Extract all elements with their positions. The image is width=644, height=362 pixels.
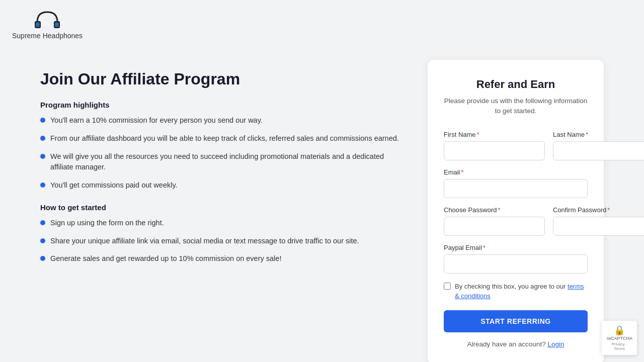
- form-subtitle: Please provide us with the following inf…: [444, 96, 588, 117]
- last-name-label: Last Name*: [553, 131, 644, 138]
- right-panel: Refer and Earn Please provide us with th…: [428, 60, 604, 362]
- name-row: First Name* Last Name*: [444, 131, 588, 160]
- required-star: *: [483, 244, 486, 251]
- form-card: Refer and Earn Please provide us with th…: [428, 60, 604, 362]
- highlights-list: You'll earn a 10% commission for every p…: [40, 115, 408, 191]
- bullet-dot: [40, 154, 45, 159]
- confirm-password-input[interactable]: [553, 217, 644, 236]
- bullet-dot: [40, 136, 45, 141]
- how-heading: How to get started: [40, 203, 408, 212]
- email-label: Email*: [444, 168, 588, 176]
- bullet-dot: [40, 118, 45, 123]
- bullet-dot: [40, 256, 45, 261]
- bullet-dot: [40, 238, 45, 243]
- last-name-group: Last Name*: [553, 131, 644, 160]
- choose-password-group: Choose Password*: [444, 206, 545, 236]
- login-link[interactable]: Login: [547, 340, 564, 348]
- email-input[interactable]: [444, 179, 588, 198]
- recaptcha-logo: 🔒: [607, 325, 632, 336]
- required-star: *: [461, 168, 464, 176]
- header: Supreme Headphones: [0, 0, 644, 48]
- left-panel: Join Our Affiliate Program Program highl…: [40, 60, 408, 362]
- main-content: Join Our Affiliate Program Program highl…: [0, 48, 644, 362]
- paypal-email-input[interactable]: [444, 254, 588, 274]
- required-star: *: [498, 206, 501, 214]
- how-text-3: Generate sales and get rewarded up to 10…: [50, 253, 281, 264]
- email-group: Email*: [444, 168, 588, 198]
- logo-area: Supreme Headphones: [12, 8, 83, 40]
- how-text-1: Sign up using the form on the right.: [50, 218, 164, 229]
- bullet-dot: [40, 183, 45, 188]
- svg-rect-2: [36, 23, 40, 24]
- confirm-password-group: Confirm Password*: [553, 206, 644, 236]
- highlights-heading: Program highlights: [40, 101, 408, 109]
- first-name-input[interactable]: [444, 141, 545, 160]
- required-star: *: [477, 131, 479, 138]
- list-item: Share your unique affiliate link via ema…: [40, 236, 408, 247]
- svg-rect-5: [55, 23, 59, 24]
- password-row: Choose Password* Confirm Password*: [444, 206, 588, 236]
- first-name-group: First Name*: [444, 131, 545, 160]
- page-title: Join Our Affiliate Program: [40, 70, 408, 88]
- list-item: From our affiliate dashboard you will be…: [40, 133, 408, 144]
- first-name-label: First Name*: [444, 131, 545, 138]
- svg-rect-4: [36, 26, 40, 27]
- required-star: *: [586, 131, 588, 138]
- highlight-text-4: You'll get commissions paid out weekly.: [50, 180, 178, 191]
- list-item: Sign up using the form on the right.: [40, 218, 408, 229]
- highlight-text-1: You'll earn a 10% commission for every p…: [50, 115, 263, 126]
- list-item: You'll get commissions paid out weekly.: [40, 180, 408, 191]
- required-star: *: [607, 206, 610, 214]
- svg-rect-3: [36, 24, 40, 25]
- svg-rect-6: [55, 24, 59, 25]
- recaptcha-terms: Privacy - Terms: [607, 342, 632, 351]
- svg-rect-7: [55, 26, 59, 27]
- how-list: Sign up using the form on the right. Sha…: [40, 218, 408, 264]
- list-item: We will give you all the resources you n…: [40, 151, 408, 173]
- choose-password-label: Choose Password*: [444, 206, 545, 214]
- login-text: Already have an account?: [467, 340, 546, 348]
- logo-icon: [32, 8, 62, 31]
- paypal-email-label: Paypal Email*: [444, 244, 588, 251]
- bullet-dot: [40, 220, 45, 225]
- brand-name: Supreme Headphones: [12, 32, 83, 40]
- how-text-2: Share your unique affiliate link via ema…: [50, 236, 359, 247]
- paypal-email-group: Paypal Email*: [444, 244, 588, 274]
- list-item: You'll earn a 10% commission for every p…: [40, 115, 408, 126]
- highlight-text-3: We will give you all the resources you n…: [50, 151, 408, 173]
- terms-row: By checking this box, you agree to our t…: [444, 282, 588, 301]
- terms-checkbox[interactable]: [444, 283, 451, 290]
- recaptcha-badge: 🔒 reCAPTCHA Privacy - Terms: [602, 321, 637, 355]
- submit-button[interactable]: START REFERRING: [444, 310, 588, 332]
- last-name-input[interactable]: [553, 141, 644, 160]
- list-item: Generate sales and get rewarded up to 10…: [40, 253, 408, 264]
- checkbox-label: By checking this box, you agree to our t…: [455, 282, 588, 301]
- confirm-password-label: Confirm Password*: [553, 206, 644, 214]
- login-row: Already have an account? Login: [444, 340, 588, 348]
- choose-password-input[interactable]: [444, 217, 545, 236]
- form-title: Refer and Earn: [444, 78, 588, 91]
- highlight-text-2: From our affiliate dashboard you will be…: [50, 133, 399, 144]
- recaptcha-title: reCAPTCHA: [607, 336, 632, 341]
